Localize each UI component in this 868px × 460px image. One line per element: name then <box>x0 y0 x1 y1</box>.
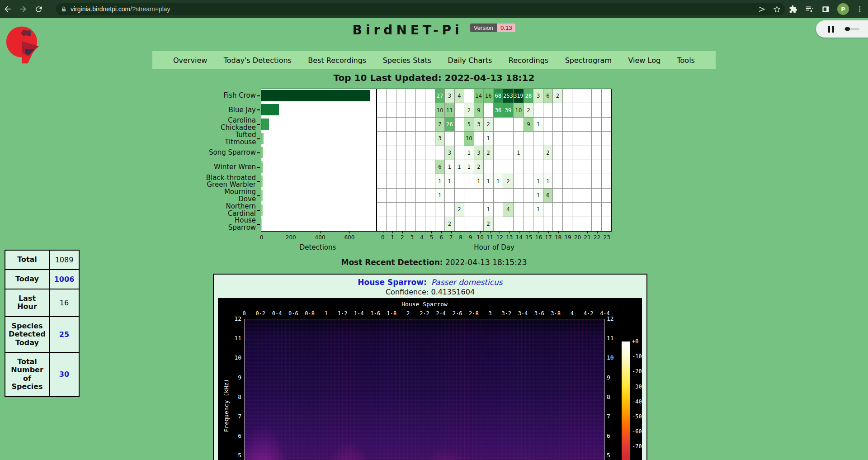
heatmap-cell: 1 <box>484 203 493 217</box>
bar-plot <box>261 89 377 232</box>
heatmap-cell <box>387 146 396 160</box>
colorbar-tick: -40 <box>632 398 642 405</box>
heatmap-cell: 4 <box>455 89 464 103</box>
heatmap-cell <box>602 160 611 174</box>
stats-value-today[interactable]: 1006 <box>49 270 79 289</box>
heatmap-cell <box>543 217 553 231</box>
hour-axis-ticklabel: 22 <box>594 234 600 241</box>
detection-scientific-link[interactable]: Passer domesticus <box>431 278 503 287</box>
heatmap-cell <box>474 189 484 203</box>
send-icon[interactable] <box>758 5 766 14</box>
detection-species-link[interactable]: House Sparrow: <box>358 278 426 287</box>
nav-item-tools[interactable]: Tools <box>677 56 695 65</box>
omnibox[interactable]: virginia.birdnetpi.com/?stream=play <box>56 3 785 15</box>
bar-axis-tickmark <box>320 232 321 233</box>
heatmap-cell <box>377 160 387 174</box>
heatmap-cell: 2 <box>524 103 533 117</box>
colorbar-tick: -50 <box>632 413 642 420</box>
version-badge: Version0.13 <box>470 24 516 32</box>
hour-axis-ticklabel: 2 <box>401 234 404 241</box>
heatmap-cell <box>387 132 396 146</box>
heatmap-cell <box>387 203 396 217</box>
nav-item-species-stats[interactable]: Species Stats <box>383 56 432 65</box>
bar-axis-tickmark <box>291 232 291 233</box>
version-value: 0.13 <box>497 24 515 32</box>
heatmap-cell <box>592 103 601 117</box>
species-label-fish-crow: Fish Crow <box>206 89 260 103</box>
x-axis-label-hour-of-day: Hour of Day <box>474 243 514 251</box>
hour-axis-ticklabel: 0 <box>381 234 385 241</box>
back-button[interactable] <box>0 2 15 16</box>
hour-axis-ticklabel: 11 <box>486 234 493 241</box>
hour-axis-ticklabel: 10 <box>477 234 484 241</box>
heatmap-cell <box>563 174 572 188</box>
extensions-icon[interactable] <box>789 5 797 14</box>
heatmap-cell <box>396 118 406 132</box>
heatmap-cell <box>387 174 396 188</box>
heatmap-cell <box>377 132 387 146</box>
heatmap-cell <box>494 160 503 174</box>
heatmap-cell <box>484 160 493 174</box>
nav-item-daily-charts[interactable]: Daily Charts <box>448 56 492 65</box>
stats-value-total-number-of-species[interactable]: 30 <box>49 352 79 397</box>
top10-chart: Fish CrowBlue JayCarolina ChickadeeTufte… <box>206 89 617 261</box>
heatmap-cell: 1 <box>543 174 553 188</box>
hour-axis-ticklabel: 21 <box>584 234 591 241</box>
media-controls-icon[interactable] <box>805 5 814 14</box>
heatmap-cell: 3 <box>474 146 484 160</box>
spectrogram-xtick: 1·6 <box>370 310 380 317</box>
heatmap-cell <box>572 118 582 132</box>
stats-label-today: Today <box>5 270 49 289</box>
stats-value-species-detected-today[interactable]: 25 <box>49 317 79 352</box>
back-arrow-icon <box>3 5 12 14</box>
heatmap-cell <box>514 118 524 132</box>
spectrogram-plot <box>244 319 605 460</box>
heatmap-cell <box>514 160 524 174</box>
heatmap-cell <box>387 103 396 117</box>
nav-item-best-recordings[interactable]: Best Recordings <box>308 56 366 65</box>
sidebar-toggle-icon[interactable] <box>821 5 830 14</box>
heatmap-cell <box>563 146 572 160</box>
heatmap-cell: 3 <box>435 132 445 146</box>
pause-button[interactable] <box>828 26 834 33</box>
audio-progress-slider[interactable] <box>844 28 859 30</box>
bookmark-star-icon[interactable] <box>773 5 781 14</box>
menu-kebab-icon[interactable] <box>856 5 863 13</box>
slider-thumb[interactable] <box>845 27 850 31</box>
heatmap-cell <box>602 89 611 103</box>
hour-axis-ticklabel: 15 <box>525 234 532 241</box>
spectrogram-xtick: 1·8 <box>387 310 397 317</box>
hour-axis-ticklabel: 16 <box>535 234 542 241</box>
heatmap-cell: 10 <box>464 132 474 146</box>
hour-axis-ticklabel: 14 <box>516 234 523 241</box>
forward-button[interactable] <box>15 2 31 16</box>
heatmap-cell <box>396 203 406 217</box>
heatmap-cell <box>524 203 533 217</box>
heatmap-cell <box>543 132 553 146</box>
nav-item-overview[interactable]: Overview <box>173 56 207 65</box>
hour-axis-tickmark <box>441 232 442 233</box>
species-label-black-throated-green-warbler: Black-throated Green Warbler <box>206 175 260 189</box>
heatmap-cell <box>563 103 572 117</box>
heatmap-cell <box>503 118 514 132</box>
profile-avatar[interactable]: P <box>837 3 849 15</box>
reload-button[interactable] <box>31 2 46 16</box>
species-label-northern-cardinal: Northern Cardinal <box>206 203 260 218</box>
heatmap-cell <box>377 203 387 217</box>
heatmap-cell <box>503 146 514 160</box>
heatmap-cell: 9 <box>474 103 484 117</box>
heatmap-cell <box>553 203 562 217</box>
heatmap-cell: 16 <box>484 89 493 103</box>
freq-tick-left: 11 <box>219 335 241 341</box>
heatmap-cell <box>524 132 533 146</box>
heatmap-cell <box>582 189 592 203</box>
nav-item-today-s-detections[interactable]: Today's Detections <box>224 56 292 65</box>
bar-song-sparrow <box>261 147 263 158</box>
heatmap-cell <box>425 203 435 217</box>
heatmap-cell <box>582 103 592 117</box>
hour-axis-tickmark <box>607 232 607 233</box>
heatmap-cell <box>406 89 415 103</box>
nav-item-spectrogram[interactable]: Spectrogram <box>565 56 612 65</box>
nav-item-view-log[interactable]: View Log <box>628 56 660 65</box>
nav-item-recordings[interactable]: Recordings <box>509 56 548 65</box>
